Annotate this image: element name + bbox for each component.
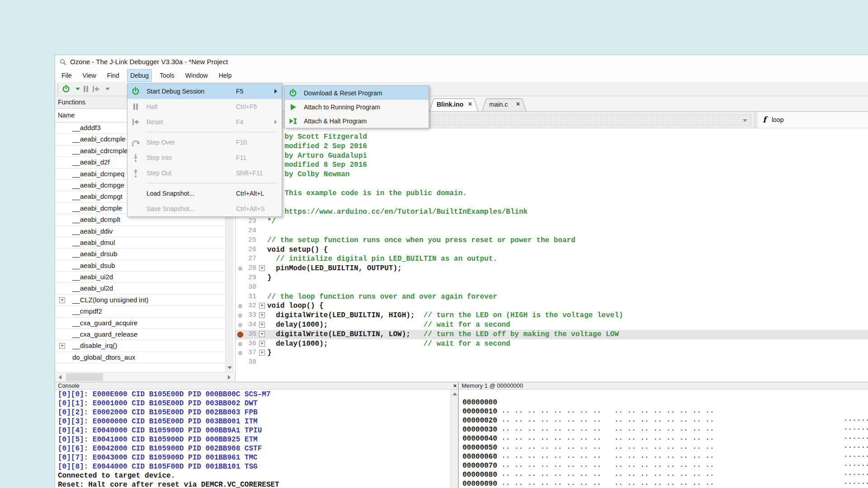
functions-horizontal-scrollbar[interactable] [55,372,235,382]
function-row[interactable]: __CLZ(long unsigned int) [55,295,225,306]
debug-menu-item[interactable]: Step Into F11 [127,150,282,165]
code-line[interactable]: 30 [236,283,868,292]
reset-button[interactable] [91,84,101,94]
code-line[interactable] [236,198,868,208]
code-line[interactable]: 37 } [236,348,868,358]
menubar-item[interactable]: Debug [127,69,152,82]
function-row[interactable]: __aeabi_dmul [55,237,225,249]
toolbar-drag-handle[interactable] [57,84,58,94]
line-number[interactable]: 27 [236,255,256,263]
expander-icon[interactable] [259,303,265,309]
menubar-item[interactable]: Tools [156,69,178,82]
code-line[interactable]: 36 delay(1000); // wait for a second [236,339,868,349]
scroll-left-icon[interactable] [56,373,64,381]
start-debug-button[interactable] [61,84,71,94]
function-row[interactable]: __aeabi_ui2d [55,272,225,283]
expander-icon[interactable] [259,312,265,318]
line-number[interactable]: 26 [236,246,256,253]
code-line[interactable]: 31 // the loop function runs over and ov… [236,292,868,302]
line-number[interactable]: 33 [236,311,256,319]
close-icon[interactable]: × [453,382,457,389]
line-number[interactable]: 30 [236,283,256,291]
function-row[interactable]: __disable_irq() [55,340,225,352]
function-selector[interactable]: f loop [758,112,868,128]
debug-menu-item[interactable]: Reset F4 [127,114,282,130]
expander-icon[interactable] [259,350,265,356]
halt-button[interactable] [81,84,91,94]
function-row[interactable]: __cxa_guard_acquire [55,318,225,329]
code-line[interactable]: by Arturo Guadalupi [236,151,868,161]
line-number[interactable]: 35 [236,330,256,338]
scroll-right-icon[interactable] [225,373,233,381]
expander-icon[interactable] [59,343,65,349]
debug-menu-item[interactable] [127,130,282,135]
line-number[interactable]: 25 [236,236,256,244]
menubar-item[interactable]: Window [182,69,211,82]
submenu-item[interactable]: Download & Reset Program [285,86,429,100]
code-line[interactable]: 29 } [236,273,868,283]
code-line[interactable]: by Colby Newman [236,170,868,179]
code-line[interactable]: 38 [236,358,868,367]
code-line[interactable]: 23 */ [236,217,868,226]
code-line[interactable]: 25 // the setup function runs once when … [236,236,868,245]
tab-main-c[interactable]: main.c × [482,99,526,111]
menubar-item[interactable]: Help [216,69,235,82]
code-line[interactable]: by Scott Fitzgerald [236,132,868,142]
close-icon[interactable]: × [516,100,520,108]
code-line[interactable]: 33 digitalWrite(LED_BUILTIN, HIGH); // t… [236,311,868,320]
code-line[interactable] [236,179,868,189]
line-number[interactable]: 34 [236,321,256,328]
close-icon[interactable]: × [468,100,472,108]
code-line[interactable]: 28 pinMode(LED_BUILTIN, OUTPUT); [236,264,868,273]
line-number[interactable]: 23 [236,217,256,225]
menubar-item[interactable]: Find [104,69,123,82]
scrollbar-thumb[interactable] [66,373,103,381]
tab-blink-ino[interactable]: Blink.ino × [429,99,478,111]
function-row[interactable]: __aeabi_dsub [55,260,225,272]
submenu-item[interactable]: Attach to Running Program [285,100,429,114]
expander-icon[interactable] [259,331,265,337]
code-line[interactable]: modified 8 Sep 2016 [236,160,868,170]
expander-icon[interactable] [259,341,265,347]
function-row[interactable]: __cxa_guard_release [55,329,225,340]
code-line[interactable]: modified 2 Sep 2016 [236,142,868,151]
debug-menu-item[interactable]: Step Over F10 [127,135,282,150]
debug-menu-item[interactable] [127,181,282,186]
line-number[interactable]: 38 [236,358,256,366]
debug-menu-item[interactable]: Halt Ctrl+F5 [127,99,282,114]
expander-icon[interactable] [59,297,65,303]
line-number[interactable]: 36 [236,340,256,347]
function-row[interactable]: do_global_dtors_aux [55,352,225,363]
debug-menu-item[interactable]: Save Snapshot... Ctrl+Alt+S [127,201,282,216]
expander-icon[interactable] [259,322,265,328]
menubar-item[interactable]: View [80,69,99,82]
line-number[interactable]: 28 [236,264,256,272]
scroll-up-icon[interactable] [451,390,458,398]
submenu-item[interactable]: Attach & Halt Program [285,114,429,128]
function-row[interactable]: __aeabi_ul2d [55,283,225,294]
code-line[interactable]: https://www.arduino.cc/en/Tutorial/Built… [236,207,868,217]
memory-grid[interactable]: 00000000 .. .. .. .. .. .. .. .. .. .. .… [459,389,868,488]
line-number[interactable]: 37 [236,349,256,357]
function-row[interactable]: __aeabi_drsub [55,249,225,260]
reset-dropdown-button[interactable] [103,84,113,94]
code-line[interactable]: This example code is in the public domai… [236,189,868,198]
console-output[interactable]: [0][0]: E000E000 CID B105E00D PID 000BB0… [55,389,450,488]
expander-icon[interactable] [259,265,265,271]
debug-menu-item[interactable]: Start Debug Session F5 [127,84,282,99]
debug-menu-item[interactable]: Step Out Shift+F11 [127,165,282,181]
code-editor[interactable]: by Scott Fitzgerald modified 2 Sep 2016 … [236,128,868,382]
function-row[interactable]: __cmpdf2 [55,306,225,317]
line-number[interactable]: 31 [236,293,256,300]
scroll-down-icon[interactable] [226,364,234,372]
line-number[interactable]: 32 [236,302,256,310]
code-line[interactable]: 34 delay(1000); // wait for a second [236,320,868,330]
code-line[interactable]: 27 // initialize digital pin LED_BUILTIN… [236,254,868,264]
function-row[interactable]: __aeabi_ddiv [55,226,225,237]
line-number[interactable]: 29 [236,274,256,282]
line-number[interactable]: 24 [236,227,256,235]
code-line[interactable]: 35 digitalWrite(LED_BUILTIN, LOW); // tu… [236,330,868,339]
code-line[interactable]: 24 [236,226,868,236]
console-vertical-scrollbar[interactable] [450,389,458,488]
debug-menu-item[interactable]: Load Snapshot... Ctrl+Alt+L [127,186,282,201]
